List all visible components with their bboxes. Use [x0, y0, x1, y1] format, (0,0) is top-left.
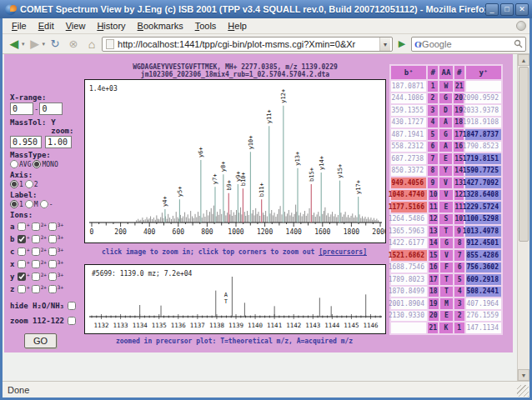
ion-y-+-checkbox[interactable] [18, 272, 26, 281]
ion-z-3+-checkbox[interactable] [48, 285, 57, 293]
xmin-input[interactable] [10, 102, 33, 115]
table-row: 359.13553D192033.9378 [390, 104, 502, 117]
table-header-cell: AA [439, 65, 454, 80]
zoom-hint-text: click image to zoom in; click top corner… [102, 248, 314, 256]
zoom-range-checkbox[interactable] [68, 317, 76, 325]
forward-dropdown-icon[interactable]: ▾ [43, 41, 46, 48]
url-dropdown-icon[interactable]: ▾ [379, 38, 390, 51]
b-index-cell: 9 [427, 177, 439, 189]
stop-button[interactable]: ⊗ [65, 37, 82, 52]
ion-b-+-checkbox[interactable] [18, 235, 26, 243]
y-index-cell: 6 [454, 262, 465, 274]
table-row: 1177.516611E111229.5724 [390, 201, 502, 213]
ion-z-2+-checkbox[interactable] [32, 285, 40, 293]
amino-acid-cell: T [439, 225, 453, 238]
axis-radio[interactable] [10, 180, 18, 188]
resize-grip-icon[interactable] [517, 385, 529, 397]
url-input[interactable] [118, 39, 379, 49]
masstol-input[interactable] [10, 136, 42, 148]
axis-option-2[interactable]: 2 [25, 180, 38, 188]
go-button[interactable]: ▶ [394, 38, 409, 49]
ion-z-+-checkbox[interactable] [18, 285, 26, 293]
labelopt-option--[interactable]: - [40, 200, 53, 208]
ion-b-2+-checkbox[interactable] [32, 235, 40, 243]
ion-x-+-checkbox[interactable] [18, 260, 26, 268]
scroll-up-icon[interactable]: ▲ [518, 54, 529, 66]
b-ion-cell: 1870.8499 [390, 286, 428, 298]
ion-c-3+-checkbox[interactable] [48, 248, 57, 256]
amino-acid-cell: K [439, 322, 454, 334]
menu-view[interactable]: View [60, 19, 92, 32]
b-ion-cell [390, 322, 427, 334]
back-dropdown-icon[interactable]: ▾ [22, 41, 25, 48]
labelopt-radio[interactable] [25, 200, 33, 208]
hide-water-checkbox[interactable] [68, 302, 76, 310]
labelopt-radio[interactable] [10, 200, 18, 208]
spectrum-plot[interactable]: 1.4e+03020040060080010001200140016001800… [84, 79, 386, 243]
masstype-label: MassType: [10, 151, 83, 159]
ion-c-2+-checkbox[interactable] [32, 248, 40, 256]
scroll-down-icon[interactable]: ▼ [518, 369, 529, 381]
precursors-link[interactable]: [precursors] [319, 248, 367, 256]
masstype-radio[interactable] [10, 160, 18, 168]
y-index-cell: 4 [454, 286, 465, 298]
svg-text:1135: 1135 [152, 322, 167, 329]
charge-label: + [27, 234, 30, 240]
ion-a-+-checkbox[interactable] [18, 222, 26, 231]
scrollbar-thumb[interactable] [519, 67, 529, 242]
menu-help[interactable]: Help [222, 19, 253, 32]
search-bar[interactable]: G ▾ [411, 37, 526, 52]
ion-letter: z [10, 285, 18, 293]
ion-c-+-checkbox[interactable] [18, 248, 26, 256]
svg-text:1132: 1132 [94, 322, 109, 329]
xmax-input[interactable] [39, 102, 63, 115]
maximize-button[interactable]: □ [500, 3, 514, 16]
ion-a-3+-checkbox[interactable] [48, 222, 57, 231]
svg-text:y14+: y14+ [319, 156, 325, 170]
svg-text:600: 600 [173, 228, 185, 236]
y-ion-cell: 1100.5298 [464, 213, 502, 226]
ion-y-2+-checkbox[interactable] [32, 272, 40, 281]
masstype-option-AVG[interactable]: AVG [10, 160, 31, 168]
close-button[interactable]: ✕ [515, 3, 529, 16]
forward-button[interactable]: ▶ [27, 37, 43, 52]
navigation-toolbar: ◀ ▾ ▶ ▾ ↻ ⊗ ⌂ ▾ ▶ G ▾ [3, 34, 529, 54]
y-ion-cell: 756.3602 [465, 262, 502, 274]
ion-b-3+-checkbox[interactable] [48, 235, 57, 243]
labelopt-option-M[interactable]: M [25, 200, 38, 208]
ion-y-3+-checkbox[interactable] [48, 272, 57, 281]
search-input[interactable] [422, 39, 514, 49]
menu-tools[interactable]: Tools [189, 19, 223, 32]
ion-checkbox-rows: a+2+3+b+2+3+c+2+3+x+2+3+y+2+3+z+2+3+ [10, 220, 83, 295]
axis-radio[interactable] [25, 180, 33, 188]
minimize-button[interactable]: _ [485, 3, 499, 16]
ion-x-2+-checkbox[interactable] [32, 260, 40, 268]
b-index-cell: 16 [428, 262, 439, 274]
table-row: 2130.933020E2276.1559 [390, 310, 502, 322]
reload-button[interactable]: ↻ [47, 37, 63, 52]
precursor-plot[interactable]: #5699: 1139.0 mz; 7.2e+04113211331134113… [84, 264, 386, 334]
window-title: COMET Spectrum View by J.Eng (c) ISB 200… [20, 4, 485, 14]
vertical-scrollbar[interactable]: ▲ ▼ [517, 54, 529, 381]
y-ion-cell: 407.1964 [465, 298, 502, 310]
b-ion-cell: 1177.5166 [390, 201, 428, 213]
yzoom-input[interactable] [45, 136, 72, 148]
menu-bookmarks[interactable]: Bookmarks [132, 19, 189, 32]
address-bar[interactable]: ▾ [102, 37, 393, 52]
labelopt-option-1[interactable]: 1 [10, 200, 23, 208]
masstype-radio[interactable] [33, 160, 41, 168]
go-submit-button[interactable]: GO [24, 333, 57, 348]
masstype-option-MONO[interactable]: MONO [33, 160, 58, 168]
axis-option-1[interactable]: 1 [10, 180, 23, 188]
back-button[interactable]: ◀ [6, 37, 23, 52]
ion-a-2+-checkbox[interactable] [32, 222, 40, 231]
menu-file[interactable]: File [6, 19, 33, 32]
home-button[interactable]: ⌂ [83, 37, 100, 52]
title-bar[interactable]: COMET Spectrum View by J.Eng (c) ISB 200… [0, 0, 532, 18]
b-index-cell: 3 [427, 104, 439, 117]
plot-column: WGDAGAEYVVESTGVFTTMEK, MH+ 2277.0385, m/… [83, 54, 387, 352]
menu-history[interactable]: History [91, 19, 131, 32]
ion-x-3+-checkbox[interactable] [48, 260, 57, 268]
menu-edit[interactable]: Edit [33, 19, 60, 32]
labelopt-radio[interactable] [40, 200, 48, 208]
